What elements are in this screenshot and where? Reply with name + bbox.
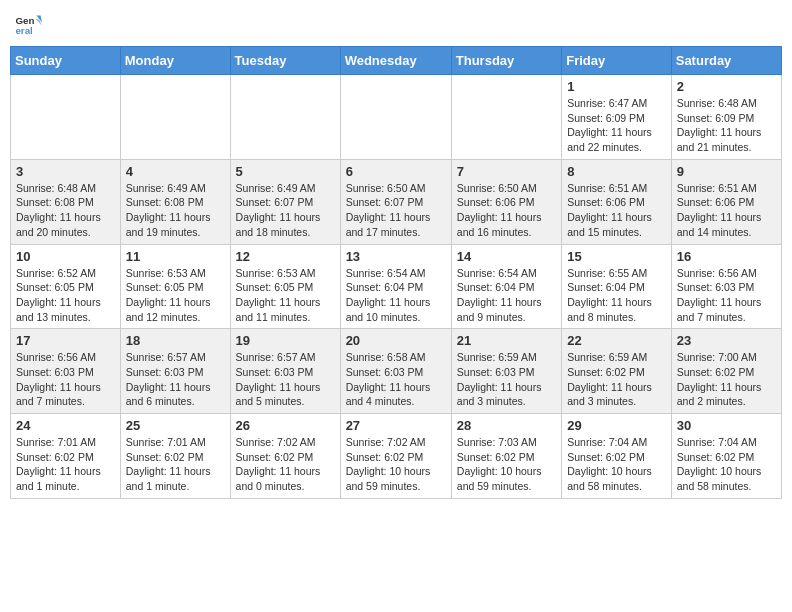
calendar-day-cell: 18Sunrise: 6:57 AM Sunset: 6:03 PM Dayli…: [120, 329, 230, 414]
day-info: Sunrise: 6:47 AM Sunset: 6:09 PM Dayligh…: [567, 96, 666, 155]
calendar-day-cell: 16Sunrise: 6:56 AM Sunset: 6:03 PM Dayli…: [671, 244, 781, 329]
logo-icon: Gen eral: [14, 10, 42, 38]
weekday-header: Wednesday: [340, 47, 451, 75]
day-info: Sunrise: 6:51 AM Sunset: 6:06 PM Dayligh…: [677, 181, 776, 240]
calendar-day-cell: 3Sunrise: 6:48 AM Sunset: 6:08 PM Daylig…: [11, 159, 121, 244]
day-number: 20: [346, 333, 446, 348]
day-number: 9: [677, 164, 776, 179]
day-number: 22: [567, 333, 666, 348]
calendar-week-row: 24Sunrise: 7:01 AM Sunset: 6:02 PM Dayli…: [11, 414, 782, 499]
calendar-day-cell: 27Sunrise: 7:02 AM Sunset: 6:02 PM Dayli…: [340, 414, 451, 499]
weekday-header-row: SundayMondayTuesdayWednesdayThursdayFrid…: [11, 47, 782, 75]
svg-text:eral: eral: [15, 25, 33, 36]
day-info: Sunrise: 6:55 AM Sunset: 6:04 PM Dayligh…: [567, 266, 666, 325]
calendar-day-cell: 28Sunrise: 7:03 AM Sunset: 6:02 PM Dayli…: [451, 414, 561, 499]
day-number: 3: [16, 164, 115, 179]
calendar-week-row: 3Sunrise: 6:48 AM Sunset: 6:08 PM Daylig…: [11, 159, 782, 244]
day-number: 30: [677, 418, 776, 433]
weekday-header: Sunday: [11, 47, 121, 75]
calendar-day-cell: 24Sunrise: 7:01 AM Sunset: 6:02 PM Dayli…: [11, 414, 121, 499]
day-number: 25: [126, 418, 225, 433]
day-info: Sunrise: 7:04 AM Sunset: 6:02 PM Dayligh…: [677, 435, 776, 494]
day-number: 7: [457, 164, 556, 179]
calendar-week-row: 10Sunrise: 6:52 AM Sunset: 6:05 PM Dayli…: [11, 244, 782, 329]
calendar-day-cell: 12Sunrise: 6:53 AM Sunset: 6:05 PM Dayli…: [230, 244, 340, 329]
day-number: 4: [126, 164, 225, 179]
calendar-table: SundayMondayTuesdayWednesdayThursdayFrid…: [10, 46, 782, 499]
calendar-day-cell: [230, 75, 340, 160]
weekday-header: Monday: [120, 47, 230, 75]
day-number: 18: [126, 333, 225, 348]
day-info: Sunrise: 6:48 AM Sunset: 6:09 PM Dayligh…: [677, 96, 776, 155]
day-info: Sunrise: 6:59 AM Sunset: 6:03 PM Dayligh…: [457, 350, 556, 409]
weekday-header: Thursday: [451, 47, 561, 75]
day-info: Sunrise: 6:53 AM Sunset: 6:05 PM Dayligh…: [236, 266, 335, 325]
calendar-week-row: 1Sunrise: 6:47 AM Sunset: 6:09 PM Daylig…: [11, 75, 782, 160]
calendar-day-cell: 7Sunrise: 6:50 AM Sunset: 6:06 PM Daylig…: [451, 159, 561, 244]
calendar-day-cell: 13Sunrise: 6:54 AM Sunset: 6:04 PM Dayli…: [340, 244, 451, 329]
calendar-day-cell: 17Sunrise: 6:56 AM Sunset: 6:03 PM Dayli…: [11, 329, 121, 414]
logo: Gen eral: [14, 10, 46, 38]
day-number: 19: [236, 333, 335, 348]
calendar-day-cell: 20Sunrise: 6:58 AM Sunset: 6:03 PM Dayli…: [340, 329, 451, 414]
day-number: 16: [677, 249, 776, 264]
calendar-day-cell: 8Sunrise: 6:51 AM Sunset: 6:06 PM Daylig…: [562, 159, 672, 244]
day-info: Sunrise: 7:03 AM Sunset: 6:02 PM Dayligh…: [457, 435, 556, 494]
day-number: 27: [346, 418, 446, 433]
day-info: Sunrise: 6:49 AM Sunset: 6:08 PM Dayligh…: [126, 181, 225, 240]
day-info: Sunrise: 6:57 AM Sunset: 6:03 PM Dayligh…: [236, 350, 335, 409]
calendar-day-cell: 1Sunrise: 6:47 AM Sunset: 6:09 PM Daylig…: [562, 75, 672, 160]
weekday-header: Tuesday: [230, 47, 340, 75]
day-info: Sunrise: 6:50 AM Sunset: 6:06 PM Dayligh…: [457, 181, 556, 240]
day-number: 26: [236, 418, 335, 433]
calendar-day-cell: 26Sunrise: 7:02 AM Sunset: 6:02 PM Dayli…: [230, 414, 340, 499]
day-info: Sunrise: 6:51 AM Sunset: 6:06 PM Dayligh…: [567, 181, 666, 240]
day-number: 1: [567, 79, 666, 94]
day-number: 15: [567, 249, 666, 264]
day-info: Sunrise: 6:54 AM Sunset: 6:04 PM Dayligh…: [346, 266, 446, 325]
day-info: Sunrise: 6:56 AM Sunset: 6:03 PM Dayligh…: [677, 266, 776, 325]
calendar-day-cell: [340, 75, 451, 160]
day-number: 2: [677, 79, 776, 94]
page-header: Gen eral: [10, 10, 782, 38]
calendar-day-cell: 22Sunrise: 6:59 AM Sunset: 6:02 PM Dayli…: [562, 329, 672, 414]
day-number: 21: [457, 333, 556, 348]
day-info: Sunrise: 6:58 AM Sunset: 6:03 PM Dayligh…: [346, 350, 446, 409]
day-info: Sunrise: 6:49 AM Sunset: 6:07 PM Dayligh…: [236, 181, 335, 240]
weekday-header: Saturday: [671, 47, 781, 75]
calendar-day-cell: 25Sunrise: 7:01 AM Sunset: 6:02 PM Dayli…: [120, 414, 230, 499]
day-info: Sunrise: 6:54 AM Sunset: 6:04 PM Dayligh…: [457, 266, 556, 325]
day-number: 10: [16, 249, 115, 264]
calendar-day-cell: 10Sunrise: 6:52 AM Sunset: 6:05 PM Dayli…: [11, 244, 121, 329]
calendar-day-cell: 30Sunrise: 7:04 AM Sunset: 6:02 PM Dayli…: [671, 414, 781, 499]
calendar-day-cell: 29Sunrise: 7:04 AM Sunset: 6:02 PM Dayli…: [562, 414, 672, 499]
calendar-day-cell: [120, 75, 230, 160]
calendar-day-cell: 19Sunrise: 6:57 AM Sunset: 6:03 PM Dayli…: [230, 329, 340, 414]
day-number: 11: [126, 249, 225, 264]
calendar-day-cell: 15Sunrise: 6:55 AM Sunset: 6:04 PM Dayli…: [562, 244, 672, 329]
calendar-day-cell: 11Sunrise: 6:53 AM Sunset: 6:05 PM Dayli…: [120, 244, 230, 329]
day-number: 14: [457, 249, 556, 264]
calendar-day-cell: 23Sunrise: 7:00 AM Sunset: 6:02 PM Dayli…: [671, 329, 781, 414]
calendar-week-row: 17Sunrise: 6:56 AM Sunset: 6:03 PM Dayli…: [11, 329, 782, 414]
day-number: 17: [16, 333, 115, 348]
day-number: 8: [567, 164, 666, 179]
day-number: 12: [236, 249, 335, 264]
calendar-day-cell: [11, 75, 121, 160]
day-info: Sunrise: 7:02 AM Sunset: 6:02 PM Dayligh…: [346, 435, 446, 494]
calendar-day-cell: 9Sunrise: 6:51 AM Sunset: 6:06 PM Daylig…: [671, 159, 781, 244]
day-number: 13: [346, 249, 446, 264]
calendar-day-cell: 4Sunrise: 6:49 AM Sunset: 6:08 PM Daylig…: [120, 159, 230, 244]
calendar-day-cell: [451, 75, 561, 160]
calendar-day-cell: 5Sunrise: 6:49 AM Sunset: 6:07 PM Daylig…: [230, 159, 340, 244]
day-info: Sunrise: 7:02 AM Sunset: 6:02 PM Dayligh…: [236, 435, 335, 494]
day-info: Sunrise: 7:01 AM Sunset: 6:02 PM Dayligh…: [16, 435, 115, 494]
day-info: Sunrise: 6:57 AM Sunset: 6:03 PM Dayligh…: [126, 350, 225, 409]
day-number: 29: [567, 418, 666, 433]
day-info: Sunrise: 6:53 AM Sunset: 6:05 PM Dayligh…: [126, 266, 225, 325]
day-number: 6: [346, 164, 446, 179]
calendar-day-cell: 14Sunrise: 6:54 AM Sunset: 6:04 PM Dayli…: [451, 244, 561, 329]
day-info: Sunrise: 6:48 AM Sunset: 6:08 PM Dayligh…: [16, 181, 115, 240]
day-info: Sunrise: 7:00 AM Sunset: 6:02 PM Dayligh…: [677, 350, 776, 409]
day-info: Sunrise: 7:01 AM Sunset: 6:02 PM Dayligh…: [126, 435, 225, 494]
